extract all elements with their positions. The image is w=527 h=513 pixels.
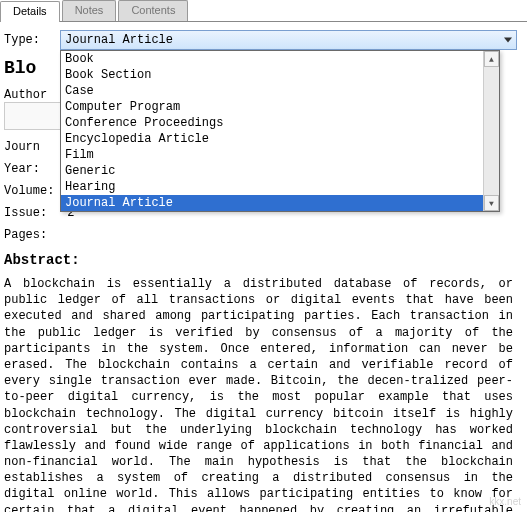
dropdown-option[interactable]: Case xyxy=(61,83,499,99)
dropdown-scrollbar[interactable]: ▲ ▼ xyxy=(483,51,499,211)
year-label: Year: xyxy=(4,162,60,176)
dropdown-option[interactable]: Journal Article xyxy=(61,195,499,211)
dropdown-option[interactable]: Book Section xyxy=(61,67,499,83)
dropdown-option[interactable]: Conference Proceedings xyxy=(61,115,499,131)
scroll-up-icon[interactable]: ▲ xyxy=(484,51,499,67)
type-row: Type: Journal Article xyxy=(4,30,517,50)
type-select-value: Journal Article xyxy=(65,33,173,47)
details-panel: Type: Journal Article BookBook SectionCa… xyxy=(0,22,527,512)
volume-label: Volume: xyxy=(4,184,60,198)
abstract-body: A blockchain is essentially a distribute… xyxy=(4,276,517,512)
type-dropdown[interactable]: BookBook SectionCaseComputer ProgramConf… xyxy=(60,50,500,212)
dropdown-option[interactable]: Film xyxy=(61,147,499,163)
dropdown-option[interactable]: Hearing xyxy=(61,179,499,195)
dropdown-option[interactable]: Computer Program xyxy=(61,99,499,115)
pages-label: Pages: xyxy=(4,228,60,242)
journal-label: Journ xyxy=(4,140,60,154)
chevron-down-icon xyxy=(504,38,512,43)
pages-row: Pages: xyxy=(4,228,517,242)
scroll-down-icon[interactable]: ▼ xyxy=(484,195,499,211)
dropdown-option[interactable]: Encyclopedia Article xyxy=(61,131,499,147)
type-select[interactable]: Journal Article xyxy=(60,30,517,50)
dropdown-option[interactable]: Generic xyxy=(61,163,499,179)
type-label: Type: xyxy=(4,33,60,47)
tab-contents[interactable]: Contents xyxy=(118,0,188,21)
tab-details[interactable]: Details xyxy=(0,1,60,22)
issue-label: Issue: xyxy=(4,206,60,220)
tab-bar: Details Notes Contents xyxy=(0,0,527,22)
abstract-heading: Abstract: xyxy=(4,252,517,268)
tab-notes[interactable]: Notes xyxy=(62,0,117,21)
dropdown-option[interactable]: Book xyxy=(61,51,499,67)
